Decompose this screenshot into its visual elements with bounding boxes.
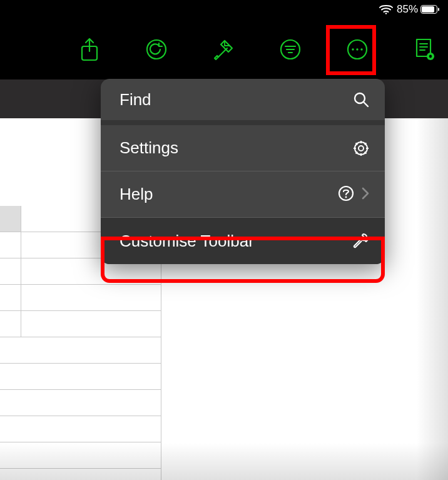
grid-row [0,285,161,311]
grid-row[interactable] [0,337,161,364]
reading-view-icon [413,38,435,61]
more-icon [346,38,369,61]
grid-row[interactable] [0,469,161,480]
svg-point-13 [429,54,432,58]
grid-row[interactable] [0,416,161,442]
grid-row[interactable] [0,390,161,416]
filter-button[interactable] [277,36,304,63]
grid-cell[interactable] [21,311,161,337]
grid-cell[interactable] [0,258,21,285]
grid-row[interactable] [0,364,161,390]
format-paint-icon [212,38,235,61]
format-button[interactable] [210,36,237,63]
gear-icon [352,140,370,157]
help-icon [337,185,355,205]
grid-header-cell[interactable] [0,206,21,232]
grid-cell[interactable] [0,285,21,311]
grid-cell[interactable] [0,232,21,258]
chevron-right-icon [361,186,370,203]
menu-item-label: Find [120,90,151,110]
undo-icon [145,38,168,61]
grid-row [0,311,161,337]
share-button[interactable] [76,36,103,63]
app-toolbar [0,19,448,79]
wrench-icon [351,232,370,250]
undo-button[interactable] [143,36,170,63]
battery-status: 85% [397,3,439,16]
menu-item-label: Settings [120,138,178,158]
menu-item-label: Customise Toolbar [120,232,254,251]
filter-icon [279,38,302,61]
battery-icon [420,5,439,14]
svg-rect-2 [422,6,434,13]
search-icon [352,91,370,108]
share-icon [79,38,99,61]
svg-point-0 [385,13,387,14]
status-bar: 85% [0,0,448,19]
wifi-icon [379,4,393,14]
svg-point-8 [352,48,354,50]
svg-point-16 [359,146,364,151]
menu-item-customise-toolbar[interactable]: Customise Toolbar [101,218,385,264]
more-button[interactable] [344,36,371,63]
svg-point-10 [360,48,362,50]
menu-item-settings[interactable]: Settings [101,125,385,171]
more-menu-popover: Find Settings Help [101,79,385,264]
svg-point-18 [345,196,347,198]
grid-cell[interactable] [21,285,161,311]
reading-view-button[interactable] [410,36,438,63]
battery-percentage: 85% [397,3,418,16]
menu-item-find[interactable]: Find [101,79,385,125]
menu-item-label: Help [120,185,153,204]
menu-item-help[interactable]: Help [101,171,385,218]
grid-row[interactable] [0,442,161,469]
svg-rect-3 [438,8,439,11]
svg-point-9 [356,48,358,50]
vignette [417,118,448,480]
grid-cell[interactable] [0,311,21,337]
